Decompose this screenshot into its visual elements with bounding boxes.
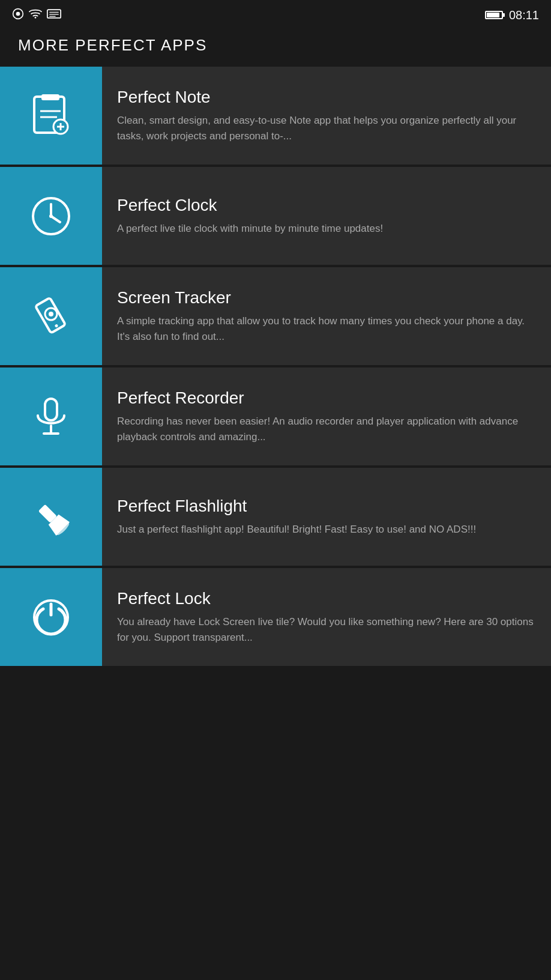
- app-name-perfect-clock: Perfect Clock: [117, 196, 536, 215]
- app-name-perfect-recorder: Perfect Recorder: [117, 389, 536, 408]
- svg-point-17: [49, 214, 53, 218]
- recorder-icon: [27, 393, 75, 441]
- app-desc-perfect-clock: A perfect live tile clock with minute by…: [117, 221, 536, 237]
- app-info-perfect-clock: Perfect Clock A perfect live tile clock …: [102, 167, 551, 265]
- app-info-perfect-flashlight: Perfect Flashlight Just a perfect flashl…: [102, 468, 551, 566]
- app-desc-perfect-recorder: Recording has never been easier! An audi…: [117, 414, 536, 444]
- app-icon-bg-perfect-note: [0, 67, 102, 165]
- app-info-perfect-note: Perfect Note Clean, smart design, and ea…: [102, 67, 551, 165]
- page-title: MORE PERFECT APPS: [0, 30, 551, 67]
- tracker-icon: [27, 292, 75, 340]
- app-desc-screen-tracker: A simple tracking app that allow you to …: [117, 313, 536, 344]
- app-item-perfect-lock[interactable]: Perfect Lock You already have Lock Scree…: [0, 568, 551, 667]
- clock-icon: [27, 192, 75, 240]
- app-info-perfect-recorder: Perfect Recorder Recording has never bee…: [102, 368, 551, 465]
- signal-icon: [12, 8, 24, 23]
- flashlight-icon: [27, 493, 75, 541]
- app-desc-perfect-lock: You already have Lock Screen live tile? …: [117, 614, 536, 645]
- note-icon: [27, 92, 75, 140]
- app-item-screen-tracker[interactable]: Screen Tracker A simple tracking app tha…: [0, 267, 551, 366]
- app-name-perfect-lock: Perfect Lock: [117, 589, 536, 608]
- app-info-perfect-lock: Perfect Lock You already have Lock Scree…: [102, 568, 551, 666]
- app-desc-perfect-flashlight: Just a perfect flashlight app! Beautiful…: [117, 522, 536, 537]
- app-name-perfect-flashlight: Perfect Flashlight: [117, 497, 536, 516]
- app-item-perfect-clock[interactable]: Perfect Clock A perfect live tile clock …: [0, 167, 551, 266]
- svg-rect-8: [41, 94, 59, 100]
- status-bar: 08:11: [0, 0, 551, 30]
- battery-icon: [485, 11, 503, 19]
- status-right: 08:11: [485, 8, 539, 22]
- clock-time: 08:11: [509, 8, 539, 22]
- app-item-perfect-flashlight[interactable]: Perfect Flashlight Just a perfect flashl…: [0, 468, 551, 567]
- svg-point-1: [16, 11, 20, 16]
- lock-icon: [27, 593, 75, 641]
- app-item-perfect-recorder[interactable]: Perfect Recorder Recording has never bee…: [0, 368, 551, 467]
- app-item-perfect-note[interactable]: Perfect Note Clean, smart design, and ea…: [0, 67, 551, 166]
- app-name-screen-tracker: Screen Tracker: [117, 288, 536, 307]
- svg-point-21: [49, 312, 53, 316]
- wifi-icon: [29, 8, 42, 22]
- app-icon-bg-perfect-recorder: [0, 368, 102, 465]
- svg-point-19: [55, 324, 59, 328]
- app-name-perfect-note: Perfect Note: [117, 88, 536, 107]
- svg-rect-22: [45, 399, 57, 420]
- keyboard-icon: [47, 8, 61, 22]
- app-info-screen-tracker: Screen Tracker A simple tracking app tha…: [102, 267, 551, 365]
- app-icon-bg-perfect-clock: [0, 167, 102, 265]
- app-icon-bg-screen-tracker: [0, 267, 102, 365]
- app-icon-bg-perfect-lock: [0, 568, 102, 666]
- app-list: Perfect Note Clean, smart design, and ea…: [0, 67, 551, 667]
- status-icons-left: [12, 8, 61, 23]
- app-icon-bg-perfect-flashlight: [0, 468, 102, 566]
- app-desc-perfect-note: Clean, smart design, and easy-to-use Not…: [117, 113, 536, 144]
- svg-point-2: [35, 16, 37, 18]
